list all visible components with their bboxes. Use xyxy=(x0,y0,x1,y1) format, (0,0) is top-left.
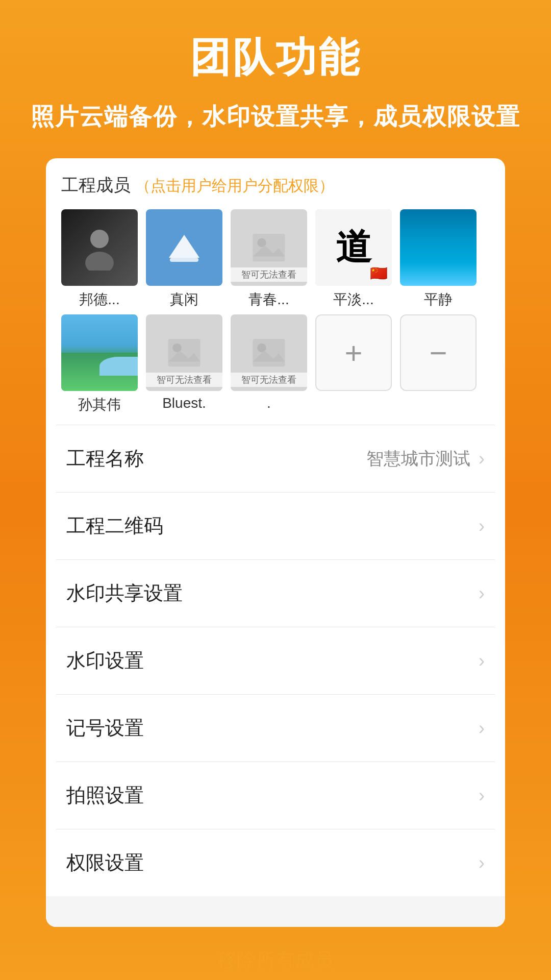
menu-item-right-photo-settings: › xyxy=(479,785,485,806)
svg-rect-3 xyxy=(170,258,198,262)
boat-icon xyxy=(164,230,205,265)
image-placeholder-icon-3 xyxy=(251,335,287,371)
main-card: 工程成员 （点击用户给用户分配权限） xyxy=(46,158,505,927)
member-sunqiwei[interactable]: 孙其伟 xyxy=(61,314,138,414)
page-subtitle: 照片云端备份，水印设置共享，成员权限设置 xyxy=(31,101,520,133)
menu-item-right-mark-settings: › xyxy=(479,718,485,739)
members-section: 工程成员 （点击用户给用户分配权限） xyxy=(46,158,505,425)
member-pingdan[interactable]: 道 🇨🇳 平淡... xyxy=(315,209,392,309)
chevron-icon-project-qr: › xyxy=(479,516,485,537)
member-qingchun[interactable]: 智可无法查看 青春... xyxy=(231,209,307,309)
member-avatar-sunqiwei xyxy=(61,314,138,391)
member-dot[interactable]: 智可无法查看 . xyxy=(231,314,307,411)
menu-item-left-project-name: 工程名称 xyxy=(66,446,144,472)
chevron-icon-watermark-settings: › xyxy=(479,650,485,672)
chevron-icon-project-name: › xyxy=(479,448,485,470)
member-bluest[interactable]: 智可无法查看 Bluest. xyxy=(146,314,222,411)
no-view-label-dot: 智可无法查看 xyxy=(231,373,307,387)
svg-point-0 xyxy=(90,230,109,248)
chevron-icon-photo-settings: › xyxy=(479,785,485,806)
page-wrapper: 团队功能 照片云端备份，水印设置共享，成员权限设置 工程成员 （点击用户给用户分… xyxy=(0,0,551,980)
menu-item-right-watermark-settings: › xyxy=(479,650,485,672)
member-avatar-pingjing xyxy=(400,209,477,286)
member-name-dot: . xyxy=(267,395,271,411)
menu-label-project-qr: 工程二维码 xyxy=(66,513,163,539)
menu-label-permission-settings: 权限设置 xyxy=(66,850,144,876)
menu-item-left-photo-settings: 拍照设置 xyxy=(66,782,144,808)
member-name-pingjing: 平静 xyxy=(424,290,453,309)
chevron-icon-permission-settings: › xyxy=(479,852,485,874)
member-zhengxian[interactable]: 真闲 xyxy=(146,209,222,309)
member-name-bangde: 邦德... xyxy=(79,290,119,309)
image-placeholder-icon xyxy=(251,230,287,265)
menu-value-project-name: 智慧城市测试 xyxy=(366,447,470,471)
bottom-action-area: 移除所有成员 xyxy=(46,927,505,978)
chevron-icon-mark-settings: › xyxy=(479,718,485,739)
menu-item-watermark-settings[interactable]: 水印设置 › xyxy=(46,627,505,694)
menu-item-left-permission-settings: 权限设置 xyxy=(66,850,144,876)
member-remove: − xyxy=(400,314,477,391)
menu-item-left-project-qr: 工程二维码 xyxy=(66,513,163,539)
svg-marker-2 xyxy=(169,235,199,258)
menu-item-left-mark-settings: 记号设置 xyxy=(66,715,144,741)
menu-item-project-name[interactable]: 工程名称 智慧城市测试 › xyxy=(46,425,505,492)
menu-label-mark-settings: 记号设置 xyxy=(66,715,144,741)
member-name-sunqiwei: 孙其伟 xyxy=(78,395,121,414)
members-grid: 邦德... 真闲 xyxy=(61,209,490,414)
landscape-scene xyxy=(61,314,138,391)
dao-flag: 🇨🇳 xyxy=(370,265,388,282)
menu-section: 工程名称 智慧城市测试 › 工程二维码 › xyxy=(46,425,505,927)
menu-label-watermark-share: 水印共享设置 xyxy=(66,580,183,606)
menu-item-right-project-name: 智慧城市测试 › xyxy=(366,447,485,471)
add-member-button[interactable]: + xyxy=(315,314,392,391)
ocean-scene xyxy=(400,209,477,286)
member-name-pingdan: 平淡... xyxy=(333,290,373,309)
members-header-main: 工程成员 xyxy=(61,175,131,194)
svg-point-1 xyxy=(85,252,114,271)
svg-rect-7 xyxy=(168,339,201,366)
menu-item-left-watermark-settings: 水印设置 xyxy=(66,648,144,674)
avatar-dao-content: 道 🇨🇳 xyxy=(315,209,392,286)
member-pingjing[interactable]: 平静 xyxy=(400,209,477,309)
member-avatar-bangde xyxy=(61,209,138,286)
member-name-qingchun: 青春... xyxy=(248,290,289,309)
menu-item-project-qr[interactable]: 工程二维码 › xyxy=(46,493,505,559)
menu-label-watermark-settings: 水印设置 xyxy=(66,648,144,674)
bottom-card-bar xyxy=(46,896,505,927)
members-row-2: 孙其伟 智可无法查看 xyxy=(61,314,490,414)
members-header-note: （点击用户给用户分配权限） xyxy=(135,177,334,194)
avatar-dark-portrait-img xyxy=(61,209,138,286)
image-placeholder-icon-2 xyxy=(166,335,202,371)
no-view-label-bluest: 智可无法查看 xyxy=(146,373,222,387)
menu-item-watermark-share[interactable]: 水印共享设置 › xyxy=(46,560,505,627)
menu-label-project-name: 工程名称 xyxy=(66,446,144,472)
menu-item-mark-settings[interactable]: 记号设置 › xyxy=(46,695,505,762)
page-title: 团队功能 xyxy=(190,31,361,86)
members-header: 工程成员 （点击用户给用户分配权限） xyxy=(61,174,490,197)
menu-item-permission-settings[interactable]: 权限设置 › xyxy=(46,829,505,896)
member-avatar-dot: 智可无法查看 xyxy=(231,314,307,391)
member-add: + xyxy=(315,314,392,391)
chevron-icon-watermark-share: › xyxy=(479,583,485,604)
member-name-bluest: Bluest. xyxy=(162,395,206,411)
member-avatar-pingdan: 道 🇨🇳 xyxy=(315,209,392,286)
menu-item-right-permission-settings: › xyxy=(479,852,485,874)
member-avatar-zhengxian xyxy=(146,209,222,286)
member-avatar-bluest: 智可无法查看 xyxy=(146,314,222,391)
member-avatar-qingchun: 智可无法查看 xyxy=(231,209,307,286)
svg-rect-10 xyxy=(253,339,285,366)
member-name-zhengxian: 真闲 xyxy=(170,290,198,309)
no-view-label-qingchun: 智可无法查看 xyxy=(231,267,307,282)
remove-all-members-button[interactable]: 移除所有成员 xyxy=(217,947,334,973)
menu-label-photo-settings: 拍照设置 xyxy=(66,782,144,808)
svg-rect-4 xyxy=(253,234,285,261)
portrait-silhouette xyxy=(79,225,120,271)
remove-member-button[interactable]: − xyxy=(400,314,477,391)
menu-item-photo-settings[interactable]: 拍照设置 › xyxy=(46,762,505,829)
member-bangde[interactable]: 邦德... xyxy=(61,209,138,309)
menu-item-left-watermark-share: 水印共享设置 xyxy=(66,580,183,606)
menu-item-right-watermark-share: › xyxy=(479,583,485,604)
menu-item-right-project-qr: › xyxy=(479,516,485,537)
members-row-1: 邦德... 真闲 xyxy=(61,209,490,309)
